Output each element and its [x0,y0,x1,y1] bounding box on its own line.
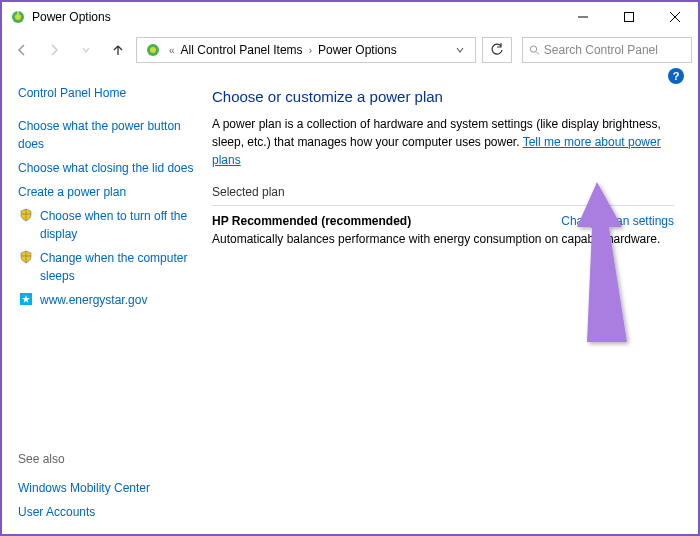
sidebar-link-create-plan[interactable]: Create a power plan [18,183,126,201]
breadcrumb-sep: « [169,45,175,56]
plan-name: HP Recommended (recommended) [212,214,411,228]
titlebar: Power Options [2,2,698,32]
refresh-button[interactable] [482,37,512,63]
page-description: A power plan is a collection of hardware… [212,115,674,169]
sidebar-link-mobility[interactable]: Windows Mobility Center [18,479,150,497]
breadcrumb-level1[interactable]: All Control Panel Items [179,43,305,57]
search-box[interactable] [522,37,692,63]
page-heading: Choose or customize a power plan [212,88,674,105]
sidebar-link-power-button[interactable]: Choose what the power button does [18,117,194,153]
shield-icon [18,207,34,223]
svg-point-8 [530,46,536,52]
search-input[interactable] [544,43,685,57]
breadcrumb-level2[interactable]: Power Options [316,43,399,57]
sidebar-link-sleeps[interactable]: Change when the computer sleeps [40,249,194,285]
breadcrumb-icon [145,42,161,58]
recent-dropdown-button[interactable] [72,36,100,64]
address-dropdown-button[interactable] [449,45,471,55]
search-icon [529,44,540,56]
content-area: Control Panel Home Choose what the power… [2,68,698,534]
minimize-button[interactable] [560,2,606,32]
plan-description: Automatically balances performance with … [212,232,674,246]
window-title: Power Options [32,10,560,24]
forward-button[interactable] [40,36,68,64]
svg-line-9 [536,52,539,55]
maximize-button[interactable] [606,2,652,32]
power-options-icon [10,9,26,25]
change-plan-settings-link[interactable]: Change plan settings [561,214,674,228]
svg-point-7 [150,47,156,53]
navigation-bar: « All Control Panel Items › Power Option… [2,32,698,68]
svg-rect-3 [625,13,634,22]
svg-point-1 [15,14,21,20]
sidebar-link-accounts[interactable]: User Accounts [18,503,95,521]
shield-icon [18,249,34,265]
control-panel-home-link[interactable]: Control Panel Home [18,86,194,100]
energystar-icon [18,291,34,307]
up-button[interactable] [104,36,132,64]
sidebar-link-turn-off-display[interactable]: Choose when to turn off the display [40,207,194,243]
main-panel: Choose or customize a power plan A power… [202,68,698,534]
close-button[interactable] [652,2,698,32]
plan-row: HP Recommended (recommended) Change plan… [212,214,674,228]
back-button[interactable] [8,36,36,64]
chevron-right-icon[interactable]: › [309,45,312,56]
sidebar-link-energystar[interactable]: www.energystar.gov [40,291,147,309]
window-controls [560,2,698,32]
see-also-heading: See also [18,452,194,466]
sidebar: Control Panel Home Choose what the power… [2,68,202,534]
section-label-selected-plan: Selected plan [212,185,674,206]
sidebar-link-lid[interactable]: Choose what closing the lid does [18,159,193,177]
address-bar[interactable]: « All Control Panel Items › Power Option… [136,37,476,63]
